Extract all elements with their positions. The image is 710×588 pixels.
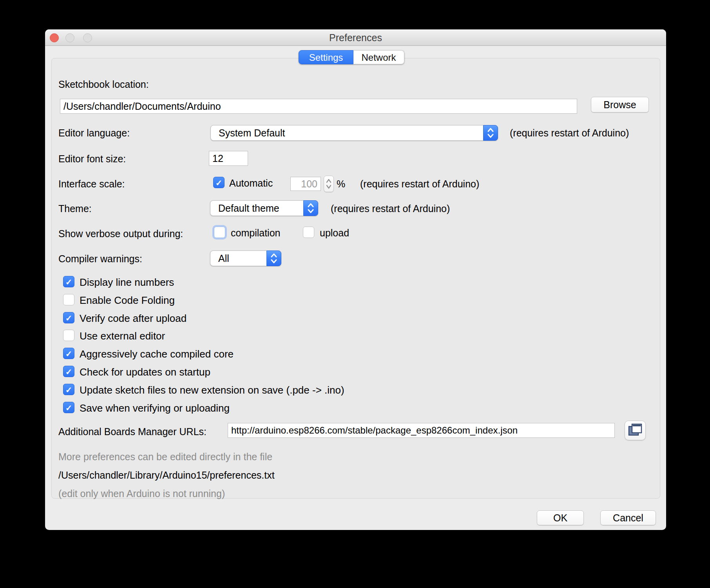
sketchbook-location-label: Sketchbook location:: [58, 79, 149, 90]
verify-code-after-upload-checkbox[interactable]: ✓: [63, 312, 74, 323]
interface-scale-note: (requires restart of Arduino): [360, 178, 479, 190]
tab-network[interactable]: Network: [353, 50, 404, 64]
tab-settings[interactable]: Settings: [299, 50, 353, 64]
preferences-file-path: /Users/chandler/Library/Arduino15/prefer…: [58, 470, 275, 481]
window-title: Preferences: [45, 29, 666, 46]
update-sketch-files-label: Update sketch files to new extension on …: [80, 384, 344, 396]
popup-chevrons-icon: [266, 250, 281, 266]
windows-list-icon: [628, 423, 642, 438]
boards-manager-urls-list-button[interactable]: [625, 421, 646, 440]
editor-language-select[interactable]: System Default: [210, 125, 498, 141]
enable-code-folding-checkbox[interactable]: [63, 294, 74, 305]
tab-bar: Settings Network: [299, 50, 404, 64]
enable-code-folding-label: Enable Code Folding: [80, 294, 175, 307]
theme-label: Theme:: [58, 203, 92, 214]
verbose-compilation-checkbox[interactable]: [214, 227, 225, 238]
browse-button[interactable]: Browse: [591, 97, 649, 113]
compiler-warnings-label: Compiler warnings:: [58, 253, 142, 265]
interface-scale-label: Interface scale:: [58, 178, 125, 190]
footer-note-line1: More preferences can be edited directly …: [58, 451, 272, 463]
save-when-verifying-label: Save when verifying or uploading: [80, 402, 230, 414]
use-external-editor-checkbox[interactable]: [63, 330, 74, 341]
display-line-numbers-label: Display line numbers: [80, 276, 174, 289]
theme-select[interactable]: Default theme: [210, 200, 318, 216]
verbose-output-label: Show verbose output during:: [58, 228, 183, 240]
aggressively-cache-label: Aggressively cache compiled core: [80, 348, 234, 360]
editor-language-note: (requires restart of Arduino): [510, 127, 629, 139]
editor-font-size-input[interactable]: [209, 151, 248, 166]
use-external-editor-label: Use external editor: [80, 330, 165, 342]
title-bar: Preferences: [45, 29, 666, 46]
interface-scale-automatic-checkbox[interactable]: ✓: [213, 177, 225, 188]
settings-panel: Sketchbook location: Browse Editor langu…: [51, 58, 660, 499]
verbose-compilation-label: compilation: [231, 227, 280, 239]
footer-note-line3: (edit only when Arduino is not running): [58, 488, 225, 499]
theme-value: Default theme: [218, 201, 301, 216]
aggressively-cache-checkbox[interactable]: ✓: [63, 348, 74, 359]
interface-scale-stepper[interactable]: [324, 176, 334, 192]
verbose-upload-label: upload: [320, 227, 349, 239]
compiler-warnings-value: All: [218, 251, 264, 266]
update-sketch-files-checkbox[interactable]: ✓: [63, 384, 74, 395]
compiler-warnings-select[interactable]: All: [210, 250, 281, 266]
interface-scale-unit: %: [337, 178, 345, 190]
popup-chevrons-icon: [303, 200, 318, 216]
interface-scale-automatic-label: Automatic: [229, 178, 273, 189]
editor-language-value: System Default: [219, 125, 480, 140]
boards-manager-urls-label: Additional Boards Manager URLs:: [58, 426, 206, 437]
popup-chevrons-icon: [483, 125, 498, 141]
boards-manager-urls-input[interactable]: [228, 423, 615, 438]
preferences-window: Preferences Settings Network Sketchbook …: [45, 29, 666, 530]
sketchbook-location-input[interactable]: [60, 99, 577, 114]
editor-language-label: Editor language:: [58, 127, 130, 139]
verify-code-after-upload-label: Verify code after upload: [80, 312, 187, 325]
theme-note: (requires restart of Arduino): [331, 203, 450, 214]
save-when-verifying-checkbox[interactable]: ✓: [63, 402, 74, 413]
check-for-updates-checkbox[interactable]: ✓: [63, 366, 74, 377]
editor-font-size-label: Editor font size:: [58, 153, 126, 165]
cancel-button[interactable]: Cancel: [600, 510, 656, 525]
verbose-upload-checkbox[interactable]: [303, 227, 314, 238]
check-for-updates-label: Check for updates on startup: [80, 366, 210, 378]
interface-scale-value-input: [290, 177, 321, 191]
display-line-numbers-checkbox[interactable]: ✓: [63, 276, 74, 287]
ok-button[interactable]: OK: [537, 510, 584, 525]
